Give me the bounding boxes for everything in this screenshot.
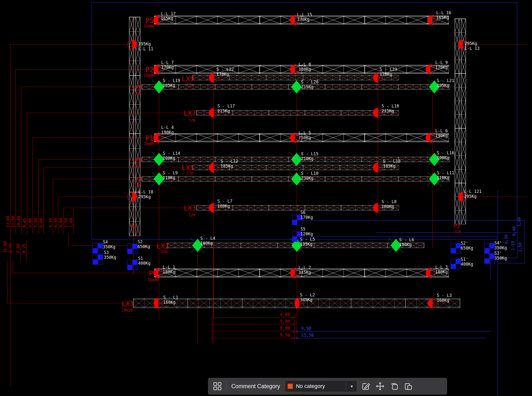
point-load-S1'[interactable]: S1'400Kg bbox=[451, 257, 473, 269]
svg-text:16m80: 16m80 bbox=[144, 24, 155, 28]
svg-text:185Kg: 185Kg bbox=[221, 164, 233, 168]
svg-text:LX9: LX9 bbox=[182, 75, 194, 83]
svg-text:0,50: 0,50 bbox=[504, 234, 509, 244]
svg-text:15m: 15m bbox=[161, 250, 167, 254]
svg-text:215Kg: 215Kg bbox=[301, 84, 313, 89]
svg-text:P3: P3 bbox=[130, 223, 137, 229]
svg-text:100Kg: 100Kg bbox=[437, 155, 449, 160]
svg-text:L-L 5: L-L 5 bbox=[298, 130, 311, 135]
drawing-canvas[interactable]: P312mP312mP516m80L-L 17165KgL-L 15370KgL… bbox=[0, 0, 532, 396]
svg-text:L-L 10: L-L 10 bbox=[138, 189, 153, 194]
svg-text:S - L17: S - L17 bbox=[217, 104, 235, 108]
svg-text:L-L 3: L-L 3 bbox=[435, 265, 448, 270]
svg-text:P1: P1 bbox=[145, 134, 154, 142]
svg-text:3,60: 3,60 bbox=[58, 218, 63, 228]
svg-text:S - L15: S - L15 bbox=[301, 151, 319, 156]
svg-text:4,30: 4,30 bbox=[53, 218, 58, 228]
markers-P6[interactable] bbox=[152, 267, 437, 279]
point-load-S2'[interactable]: S2'650Kg bbox=[451, 241, 473, 253]
svg-text:L-L 11: L-L 11 bbox=[138, 46, 153, 51]
svg-text:S4': S4' bbox=[494, 240, 502, 245]
svg-text:400Kg: 400Kg bbox=[138, 261, 150, 266]
svg-text:S1': S1' bbox=[461, 257, 468, 262]
grid-view-icon[interactable] bbox=[212, 381, 223, 392]
svg-text:195Kg: 195Kg bbox=[300, 242, 312, 247]
markers-P1[interactable] bbox=[152, 131, 437, 144]
svg-text:1,50: 1,50 bbox=[518, 242, 522, 252]
svg-text:L-L 16: L-L 16 bbox=[436, 10, 451, 15]
svg-text:L-L 9: L-L 9 bbox=[435, 60, 448, 65]
paste-icon[interactable] bbox=[403, 381, 414, 392]
svg-text:L-L 8: L-L 8 bbox=[298, 62, 311, 67]
svg-text:8,00: 8,00 bbox=[280, 326, 290, 331]
svg-text:180Kg: 180Kg bbox=[163, 270, 175, 274]
svg-text:S - L9: S - L9 bbox=[163, 170, 178, 175]
svg-text:12m: 12m bbox=[189, 213, 195, 217]
edit-annotation-icon[interactable] bbox=[361, 381, 371, 392]
svg-text:350Kg: 350Kg bbox=[103, 244, 115, 249]
svg-text:S - L21: S - L21 bbox=[437, 78, 454, 83]
svg-text:18m: 18m bbox=[134, 164, 141, 168]
svg-text:L-L 7: L-L 7 bbox=[161, 60, 174, 65]
category-color-swatch bbox=[287, 384, 293, 389]
svg-text:18m: 18m bbox=[134, 91, 141, 96]
svg-text:S - L4: S - L4 bbox=[200, 236, 215, 241]
svg-text:350Kg: 350Kg bbox=[494, 256, 507, 261]
svg-text:160Kg: 160Kg bbox=[163, 300, 176, 305]
svg-text:12m: 12m bbox=[187, 171, 193, 175]
point-load-S6[interactable]: S6170Kg bbox=[292, 210, 313, 225]
svg-text:P5: P5 bbox=[145, 17, 154, 25]
svg-text:LX7: LX7 bbox=[184, 109, 196, 117]
dropdown-divider bbox=[346, 382, 346, 390]
svg-text:11,50: 11,50 bbox=[11, 216, 15, 228]
svg-text:LX1: LX1 bbox=[122, 300, 134, 308]
labels-P5: P516m80L-L 17165KgL-L 15370KgL-L 16165Kg bbox=[144, 10, 451, 28]
svg-text:295Kg: 295Kg bbox=[464, 194, 477, 199]
markers-P5[interactable] bbox=[152, 14, 439, 26]
svg-text:100Kg: 100Kg bbox=[399, 242, 412, 247]
comment-category-label: Comment Category bbox=[230, 383, 281, 390]
svg-text:650Kg: 650Kg bbox=[138, 244, 150, 249]
svg-text:10,00: 10,00 bbox=[16, 216, 21, 228]
svg-text:S3: S3 bbox=[104, 250, 109, 255]
svg-text:S - L6: S - L6 bbox=[399, 237, 414, 242]
svg-text:215Kg: 215Kg bbox=[217, 108, 230, 113]
svg-text:380Kg: 380Kg bbox=[298, 67, 311, 72]
svg-text:S3': S3' bbox=[494, 251, 502, 256]
svg-text:S - L8: S - L8 bbox=[382, 199, 396, 204]
svg-text:S - L11: S - L11 bbox=[437, 170, 454, 175]
svg-text:215Kg: 215Kg bbox=[382, 108, 394, 113]
point-load-S1[interactable]: S1400Kg bbox=[127, 256, 150, 270]
svg-text:16m80: 16m80 bbox=[144, 73, 155, 78]
svg-text:12m: 12m bbox=[455, 229, 461, 233]
svg-text:9,50: 9,50 bbox=[280, 333, 290, 338]
svg-text:110Kg: 110Kg bbox=[163, 175, 175, 180]
copy-icon[interactable] bbox=[389, 381, 400, 392]
svg-text:3,75: 3,75 bbox=[8, 243, 13, 253]
svg-text:S2': S2' bbox=[461, 241, 468, 246]
svg-text:S - L20: S - L20 bbox=[301, 80, 319, 84]
anchor-L-L 121[interactable]: L-L 121295Kg bbox=[458, 189, 482, 201]
svg-text:170Kg: 170Kg bbox=[216, 72, 229, 77]
labels-LX1: LX119m20S - L1160KgS - L2345KgS - L3160K… bbox=[122, 292, 452, 313]
svg-text:295Kg: 295Kg bbox=[138, 194, 151, 199]
svg-text:4,80: 4,80 bbox=[280, 312, 290, 317]
category-dropdown[interactable]: No category ▼ bbox=[285, 380, 357, 392]
svg-text:LX4: LX4 bbox=[132, 176, 142, 182]
svg-text:S5: S5 bbox=[300, 227, 305, 231]
move-icon[interactable] bbox=[375, 381, 385, 392]
svg-text:120Kg: 120Kg bbox=[300, 231, 313, 236]
svg-text:S - L16: S - L16 bbox=[437, 150, 454, 155]
svg-text:0,25: 0,25 bbox=[22, 243, 26, 253]
svg-text:11,50: 11,50 bbox=[301, 333, 314, 338]
svg-text:350Kg: 350Kg bbox=[104, 255, 116, 260]
svg-text:100Kg: 100Kg bbox=[217, 204, 230, 208]
svg-text:190Kg: 190Kg bbox=[435, 133, 448, 138]
point-load-S2[interactable]: S2650Kg bbox=[127, 239, 150, 254]
svg-text:750Kg: 750Kg bbox=[298, 135, 311, 140]
svg-text:9,65: 9,65 bbox=[22, 218, 27, 228]
anchor-L-L 13[interactable]: 295KgL-L 13 bbox=[458, 40, 479, 51]
cad-viewer: P312mP312mP516m80L-L 17165KgL-L 15370KgL… bbox=[0, 0, 532, 396]
anchor-L-L 11[interactable]: 295KgL-L 11 bbox=[128, 40, 153, 51]
svg-text:16m80: 16m80 bbox=[148, 278, 159, 282]
